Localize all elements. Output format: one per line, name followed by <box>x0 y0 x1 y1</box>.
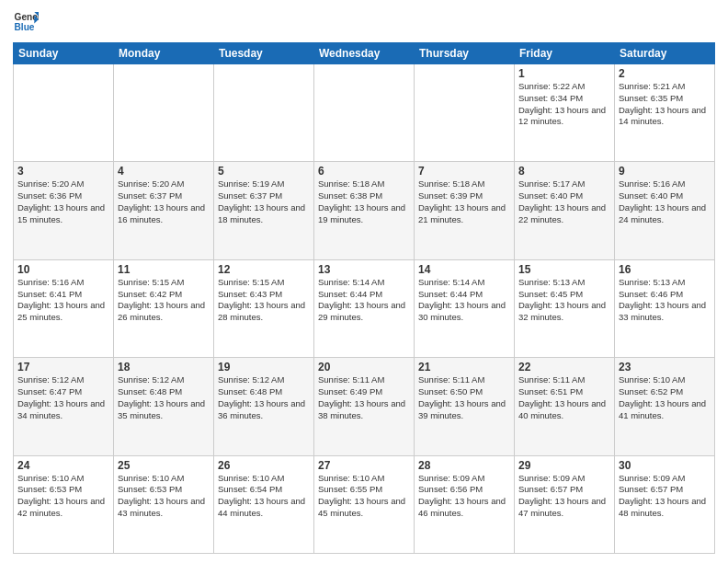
day-cell <box>114 64 214 162</box>
day-info: Sunrise: 5:12 AM Sunset: 6:48 PM Dayligh… <box>118 374 210 421</box>
day-info: Sunrise: 5:19 AM Sunset: 6:37 PM Dayligh… <box>218 178 310 225</box>
day-cell: 5Sunrise: 5:19 AM Sunset: 6:37 PM Daylig… <box>214 162 314 259</box>
day-number: 10 <box>17 263 109 276</box>
col-header-friday: Friday <box>515 43 615 64</box>
day-cell: 3Sunrise: 5:20 AM Sunset: 6:36 PM Daylig… <box>14 162 114 259</box>
day-number: 28 <box>418 459 510 472</box>
day-number: 7 <box>418 165 510 178</box>
day-cell: 9Sunrise: 5:16 AM Sunset: 6:40 PM Daylig… <box>615 162 715 259</box>
day-cell <box>214 64 314 162</box>
day-info: Sunrise: 5:17 AM Sunset: 6:40 PM Dayligh… <box>518 178 610 225</box>
day-info: Sunrise: 5:10 AM Sunset: 6:53 PM Dayligh… <box>118 473 210 520</box>
day-info: Sunrise: 5:11 AM Sunset: 6:49 PM Dayligh… <box>318 374 410 421</box>
day-number: 13 <box>318 263 410 276</box>
day-cell: 19Sunrise: 5:12 AM Sunset: 6:48 PM Dayli… <box>214 358 314 455</box>
day-info: Sunrise: 5:10 AM Sunset: 6:54 PM Dayligh… <box>218 473 310 520</box>
day-info: Sunrise: 5:09 AM Sunset: 6:56 PM Dayligh… <box>418 473 510 520</box>
day-info: Sunrise: 5:20 AM Sunset: 6:36 PM Dayligh… <box>17 178 109 225</box>
week-row-3: 10Sunrise: 5:16 AM Sunset: 6:41 PM Dayli… <box>14 259 715 357</box>
day-cell: 28Sunrise: 5:09 AM Sunset: 6:56 PM Dayli… <box>415 455 515 553</box>
day-cell <box>14 64 114 162</box>
calendar-page: General Blue SundayMondayTuesdayWednesda… <box>0 0 728 563</box>
day-number: 22 <box>518 361 610 373</box>
day-cell: 25Sunrise: 5:10 AM Sunset: 6:53 PM Dayli… <box>114 455 214 553</box>
day-info: Sunrise: 5:18 AM Sunset: 6:38 PM Dayligh… <box>318 178 410 225</box>
day-number: 24 <box>17 459 109 472</box>
day-info: Sunrise: 5:10 AM Sunset: 6:55 PM Dayligh… <box>318 473 410 520</box>
day-info: Sunrise: 5:15 AM Sunset: 6:43 PM Dayligh… <box>218 277 310 324</box>
day-info: Sunrise: 5:11 AM Sunset: 6:51 PM Dayligh… <box>518 374 610 421</box>
day-number: 29 <box>518 459 610 472</box>
week-row-2: 3Sunrise: 5:20 AM Sunset: 6:36 PM Daylig… <box>14 162 715 259</box>
day-number: 9 <box>619 165 711 178</box>
day-number: 6 <box>318 165 410 178</box>
day-info: Sunrise: 5:12 AM Sunset: 6:47 PM Dayligh… <box>17 374 109 421</box>
day-info: Sunrise: 5:13 AM Sunset: 6:46 PM Dayligh… <box>619 277 711 324</box>
day-cell: 29Sunrise: 5:09 AM Sunset: 6:57 PM Dayli… <box>515 455 615 553</box>
day-number: 26 <box>218 459 310 472</box>
col-header-thursday: Thursday <box>415 43 515 64</box>
day-cell: 12Sunrise: 5:15 AM Sunset: 6:43 PM Dayli… <box>214 259 314 357</box>
day-cell <box>314 64 415 162</box>
day-info: Sunrise: 5:16 AM Sunset: 6:41 PM Dayligh… <box>17 277 109 324</box>
week-row-5: 24Sunrise: 5:10 AM Sunset: 6:53 PM Dayli… <box>14 455 715 553</box>
day-number: 18 <box>118 361 210 373</box>
day-number: 19 <box>218 361 310 373</box>
day-number: 4 <box>118 165 210 178</box>
week-row-4: 17Sunrise: 5:12 AM Sunset: 6:47 PM Dayli… <box>14 358 715 455</box>
calendar-table: SundayMondayTuesdayWednesdayThursdayFrid… <box>13 42 715 554</box>
day-number: 1 <box>518 67 610 80</box>
header: General Blue <box>13 9 715 35</box>
day-number: 12 <box>218 263 310 276</box>
day-info: Sunrise: 5:09 AM Sunset: 6:57 PM Dayligh… <box>619 473 711 520</box>
day-cell: 7Sunrise: 5:18 AM Sunset: 6:39 PM Daylig… <box>415 162 515 259</box>
day-cell: 21Sunrise: 5:11 AM Sunset: 6:50 PM Dayli… <box>415 358 515 455</box>
day-info: Sunrise: 5:20 AM Sunset: 6:37 PM Dayligh… <box>118 178 210 225</box>
day-number: 16 <box>619 263 711 276</box>
day-cell: 13Sunrise: 5:14 AM Sunset: 6:44 PM Dayli… <box>314 259 415 357</box>
day-info: Sunrise: 5:16 AM Sunset: 6:40 PM Dayligh… <box>619 178 711 225</box>
day-number: 2 <box>619 67 711 80</box>
day-info: Sunrise: 5:12 AM Sunset: 6:48 PM Dayligh… <box>218 374 310 421</box>
day-number: 25 <box>118 459 210 472</box>
col-header-sunday: Sunday <box>14 43 114 64</box>
day-number: 17 <box>17 361 109 373</box>
day-cell: 15Sunrise: 5:13 AM Sunset: 6:45 PM Dayli… <box>515 259 615 357</box>
day-cell <box>415 64 515 162</box>
day-cell: 20Sunrise: 5:11 AM Sunset: 6:49 PM Dayli… <box>314 358 415 455</box>
col-header-wednesday: Wednesday <box>314 43 415 64</box>
day-number: 27 <box>318 459 410 472</box>
day-number: 8 <box>518 165 610 178</box>
day-number: 3 <box>17 165 109 178</box>
day-number: 30 <box>619 459 711 472</box>
day-number: 5 <box>218 165 310 178</box>
day-info: Sunrise: 5:10 AM Sunset: 6:53 PM Dayligh… <box>17 473 109 520</box>
day-cell: 23Sunrise: 5:10 AM Sunset: 6:52 PM Dayli… <box>615 358 715 455</box>
day-number: 14 <box>418 263 510 276</box>
day-cell: 24Sunrise: 5:10 AM Sunset: 6:53 PM Dayli… <box>14 455 114 553</box>
day-cell: 30Sunrise: 5:09 AM Sunset: 6:57 PM Dayli… <box>615 455 715 553</box>
day-info: Sunrise: 5:15 AM Sunset: 6:42 PM Dayligh… <box>118 277 210 324</box>
day-info: Sunrise: 5:18 AM Sunset: 6:39 PM Dayligh… <box>418 178 510 225</box>
day-info: Sunrise: 5:21 AM Sunset: 6:35 PM Dayligh… <box>619 81 711 128</box>
day-cell: 27Sunrise: 5:10 AM Sunset: 6:55 PM Dayli… <box>314 455 415 553</box>
col-header-tuesday: Tuesday <box>214 43 314 64</box>
day-info: Sunrise: 5:10 AM Sunset: 6:52 PM Dayligh… <box>619 374 711 421</box>
day-cell: 10Sunrise: 5:16 AM Sunset: 6:41 PM Dayli… <box>14 259 114 357</box>
day-cell: 22Sunrise: 5:11 AM Sunset: 6:51 PM Dayli… <box>515 358 615 455</box>
day-cell: 18Sunrise: 5:12 AM Sunset: 6:48 PM Dayli… <box>114 358 214 455</box>
day-number: 20 <box>318 361 410 373</box>
day-info: Sunrise: 5:11 AM Sunset: 6:50 PM Dayligh… <box>418 374 510 421</box>
day-cell: 17Sunrise: 5:12 AM Sunset: 6:47 PM Dayli… <box>14 358 114 455</box>
day-cell: 16Sunrise: 5:13 AM Sunset: 6:46 PM Dayli… <box>615 259 715 357</box>
svg-text:Blue: Blue <box>15 22 35 32</box>
col-header-monday: Monday <box>114 43 214 64</box>
day-cell: 6Sunrise: 5:18 AM Sunset: 6:38 PM Daylig… <box>314 162 415 259</box>
day-number: 15 <box>518 263 610 276</box>
day-cell: 2Sunrise: 5:21 AM Sunset: 6:35 PM Daylig… <box>615 64 715 162</box>
day-number: 11 <box>118 263 210 276</box>
day-cell: 4Sunrise: 5:20 AM Sunset: 6:37 PM Daylig… <box>114 162 214 259</box>
day-info: Sunrise: 5:09 AM Sunset: 6:57 PM Dayligh… <box>518 473 610 520</box>
day-number: 23 <box>619 361 711 373</box>
header-row: SundayMondayTuesdayWednesdayThursdayFrid… <box>14 43 715 64</box>
